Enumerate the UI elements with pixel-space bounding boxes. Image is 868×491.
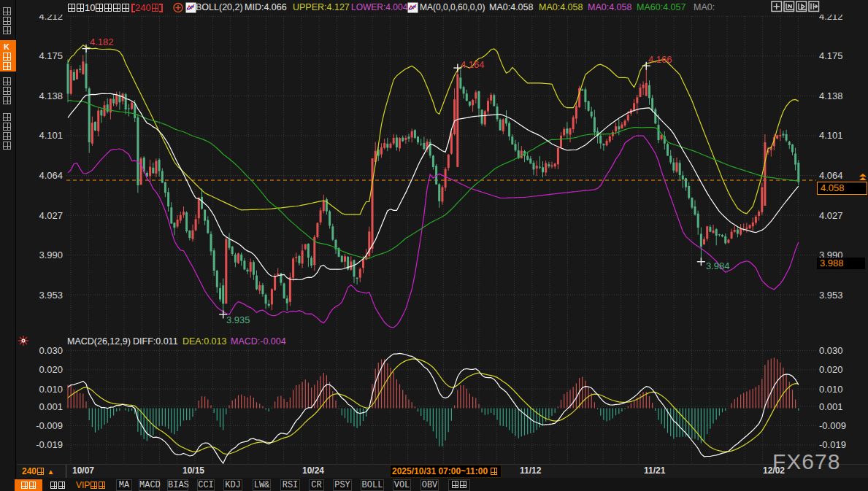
- svg-text:0.030: 0.030: [39, 345, 63, 356]
- svg-text:0.020: 0.020: [819, 364, 843, 375]
- svg-text:3.935: 3.935: [226, 314, 250, 325]
- svg-text:4.175: 4.175: [39, 50, 63, 61]
- svg-text:4.166: 4.166: [648, 54, 672, 65]
- svg-text:3.990: 3.990: [39, 250, 63, 260]
- svg-text:4.138: 4.138: [39, 90, 63, 101]
- svg-text:3.953: 3.953: [39, 290, 63, 301]
- svg-text:0.020: 0.020: [39, 364, 63, 375]
- svg-text:-0.009: -0.009: [36, 420, 63, 431]
- svg-text:4.164: 4.164: [461, 59, 485, 70]
- svg-text:3.984: 3.984: [706, 260, 730, 271]
- svg-text:0.010: 0.010: [819, 384, 843, 395]
- svg-text:0.001: 0.001: [39, 401, 63, 412]
- svg-text:4.027: 4.027: [39, 210, 63, 221]
- svg-text:3.953: 3.953: [819, 290, 843, 301]
- svg-text:4.182: 4.182: [90, 36, 114, 47]
- svg-text:4.101: 4.101: [819, 130, 843, 141]
- svg-text:4.064: 4.064: [819, 170, 843, 181]
- svg-text:4.064: 4.064: [39, 170, 63, 181]
- svg-text:0.010: 0.010: [39, 384, 63, 395]
- svg-text:0.030: 0.030: [819, 345, 843, 356]
- svg-text:0.001: 0.001: [819, 401, 843, 412]
- svg-text:-0.019: -0.019: [36, 439, 63, 450]
- svg-text:-0.009: -0.009: [819, 420, 846, 431]
- svg-text:4.027: 4.027: [819, 210, 843, 221]
- svg-text:4.101: 4.101: [39, 130, 63, 141]
- svg-text:4.138: 4.138: [819, 90, 843, 101]
- svg-text:4.175: 4.175: [819, 50, 843, 61]
